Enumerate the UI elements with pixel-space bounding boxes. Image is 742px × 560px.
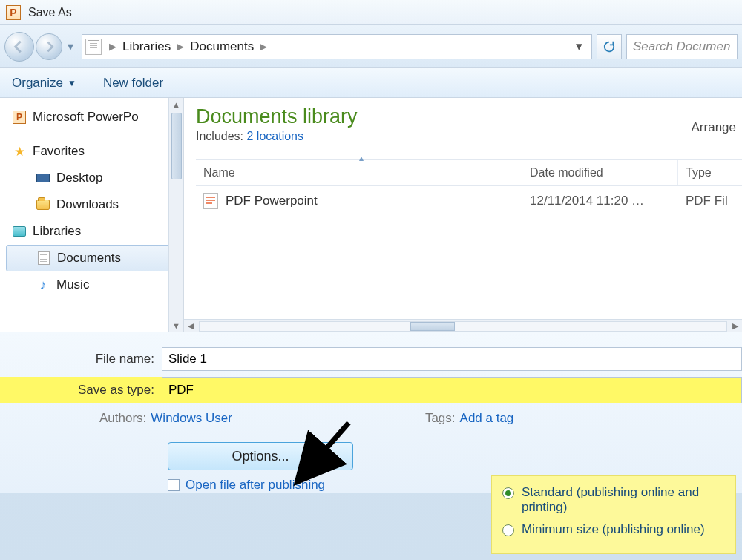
nav-history-dropdown[interactable]: ▾ [64, 32, 77, 62]
filename-label: File name: [0, 352, 162, 366]
sidebar-item-documents[interactable]: Documents [6, 245, 179, 271]
organize-button[interactable]: Organize ▼ [12, 76, 76, 90]
new-folder-button[interactable]: New folder [103, 76, 163, 90]
downloads-folder-icon [36, 197, 50, 212]
document-icon [85, 39, 102, 55]
locations-link[interactable]: 2 locations [247, 130, 304, 142]
column-date[interactable]: Date modified [522, 160, 678, 185]
breadcrumb-item[interactable]: Libraries [121, 39, 172, 54]
file-type: PDF Fil [678, 194, 742, 208]
tags-label: Tags: [425, 411, 456, 426]
file-date: 12/11/2014 11:20 … [522, 194, 678, 208]
scroll-left-icon[interactable]: ◀ [184, 321, 197, 331]
sidebar-item-downloads[interactable]: Downloads [6, 191, 183, 218]
scroll-up-icon[interactable]: ▲ [172, 98, 180, 111]
filename-input[interactable] [162, 347, 742, 371]
tags-value[interactable]: Add a tag [460, 411, 514, 426]
chevron-right-icon: ▶ [260, 41, 267, 52]
sidebar-item-desktop[interactable]: Desktop [6, 165, 183, 191]
nav-bar: ▾ ▶ Libraries ▶ Documents ▶ ▾ Search Doc… [0, 25, 742, 68]
scroll-down-icon[interactable]: ▼ [172, 319, 180, 332]
scroll-right-icon[interactable]: ▶ [729, 321, 742, 331]
scrollbar-thumb[interactable] [171, 113, 182, 179]
saveastype-combo[interactable]: PDF [162, 377, 742, 403]
chevron-right-icon: ▶ [109, 41, 116, 52]
scrollbar-thumb[interactable] [410, 322, 455, 331]
checkbox-icon[interactable] [168, 479, 180, 491]
column-headers: Name Date modified Type [196, 159, 742, 186]
forward-button[interactable] [36, 33, 62, 60]
chevron-right-icon: ▶ [177, 41, 184, 52]
saveastype-label: Save as type: [0, 383, 162, 398]
sidebar-scrollbar[interactable]: ▲ ▼ [168, 98, 183, 332]
sidebar-libraries-header[interactable]: Libraries [6, 218, 183, 245]
toolbar: Organize ▼ New folder [0, 68, 742, 98]
music-icon: ♪ [36, 277, 50, 292]
powerpoint-icon: P [12, 110, 27, 125]
arrange-label[interactable]: Arrange [692, 120, 736, 135]
chevron-down-icon: ▼ [68, 78, 76, 88]
breadcrumb-dropdown[interactable]: ▾ [570, 39, 588, 54]
refresh-button[interactable] [597, 34, 622, 59]
document-icon [36, 251, 51, 266]
library-subtitle: Includes: 2 locations [196, 130, 742, 143]
radio-checked-icon[interactable] [502, 487, 514, 499]
sidebar-item-app[interactable]: P Microsoft PowerPo [6, 104, 183, 131]
search-placeholder: Search Documen [633, 39, 730, 54]
file-row[interactable]: PDF Powerpoint 12/11/2014 11:20 … PDF Fi… [196, 186, 742, 216]
breadcrumb-item[interactable]: Documents [188, 39, 255, 54]
authors-label: Authors: [99, 411, 146, 426]
search-input[interactable]: Search Documen [626, 34, 738, 59]
file-list-pane: Documents library Includes: 2 locations … [184, 98, 742, 332]
title-bar: P Save As [0, 0, 742, 25]
sidebar-item-music[interactable]: ♪ Music [6, 271, 183, 298]
powerpoint-icon: P [6, 5, 21, 20]
optimize-minimum[interactable]: Minimum size (publishing online) [502, 522, 725, 537]
optimize-panel: Standard (publishing online and printing… [491, 475, 736, 554]
pdf-file-icon [203, 193, 218, 209]
star-icon: ★ [12, 144, 27, 159]
options-button[interactable]: Options... [168, 442, 353, 470]
authors-value[interactable]: Windows User [151, 411, 232, 426]
sidebar: P Microsoft PowerPo ★ Favorites Desktop … [0, 98, 184, 332]
libraries-icon [12, 224, 27, 239]
breadcrumb[interactable]: ▶ Libraries ▶ Documents ▶ ▾ [82, 34, 592, 59]
file-name: PDF Powerpoint [226, 194, 318, 208]
window-title: Save As [28, 6, 72, 19]
sidebar-favorites-header[interactable]: ★ Favorites [6, 138, 183, 165]
optimize-standard[interactable]: Standard (publishing online and printing… [502, 485, 725, 515]
column-type[interactable]: Type [678, 160, 742, 185]
scrollbar-track[interactable] [199, 321, 727, 332]
radio-icon[interactable] [502, 524, 514, 536]
save-form: File name: Save as type: PDF Authors: Wi… [0, 332, 742, 493]
horizontal-scrollbar[interactable]: ◀ ▶ [184, 319, 742, 332]
column-name[interactable]: Name [196, 160, 522, 185]
library-title: Documents library [196, 105, 742, 128]
back-button[interactable] [4, 32, 34, 62]
desktop-icon [36, 171, 50, 185]
